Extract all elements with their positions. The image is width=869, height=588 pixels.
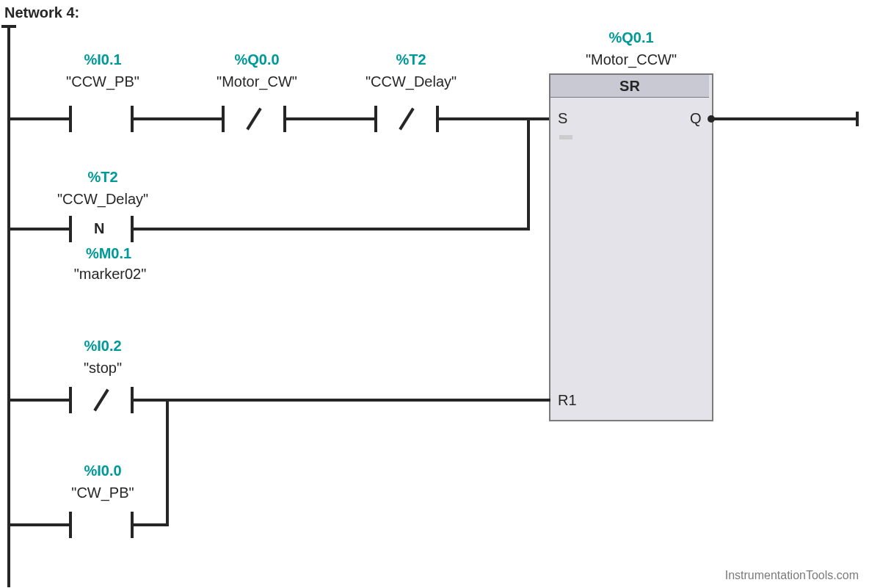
sym-cw-pb: "CW_PB" <box>66 484 139 501</box>
contact-ccw-delay-top-slash <box>399 108 414 131</box>
ladder-diagram: Network 4: %I0.1 "CCW_PB" %Q0.0 "Motor_C… <box>0 0 869 588</box>
wire-q-out <box>710 117 857 120</box>
contact-cw-pb-l <box>69 512 72 538</box>
sym-motor-cw: "Motor_CW" <box>206 73 308 90</box>
sym-marker02: "marker02" <box>59 266 161 283</box>
addr-ccw-delay-top: %T2 <box>374 51 448 68</box>
sym-stop: "stop" <box>73 360 132 377</box>
wire-s-d <box>439 117 530 120</box>
sym-ccw-delay-top: "CCW_Delay" <box>360 73 462 90</box>
contact-ccw-pb-l <box>69 106 72 132</box>
contact-motor-cw-slash <box>246 108 261 131</box>
q-dot <box>708 115 715 123</box>
addr-ccw-delay-edge: %T2 <box>73 169 132 186</box>
sr-pin-r1: R1 <box>558 392 577 409</box>
wire-branch-up <box>527 117 530 231</box>
wire-r-par-up <box>166 399 169 526</box>
network-title: Network 4: <box>4 4 79 21</box>
contact-ccw-delay-edge-letter: N <box>94 220 104 237</box>
sr-block <box>549 73 713 421</box>
wire-branch-b <box>134 228 530 231</box>
wire-s-to-box <box>528 117 549 120</box>
addr-ccw-pb: %I0.1 <box>66 51 139 68</box>
wire-branch-a <box>9 228 69 231</box>
sym-ccw-delay-edge: "CCW_Delay" <box>51 191 154 208</box>
contact-ccw-delay-top-l <box>374 106 377 132</box>
addr-marker02: %M0.1 <box>72 245 145 262</box>
contact-ccw-delay-edge-l <box>69 216 72 242</box>
addr-motor-cw: %Q0.0 <box>213 51 301 68</box>
wire-r-par-a <box>9 523 69 526</box>
wire-s-c <box>286 117 374 120</box>
wire-r-par-b <box>134 523 169 526</box>
sym-ccw-pb: "CCW_PB" <box>59 73 147 90</box>
sr-pin-s: S <box>558 110 567 127</box>
sr-tick <box>559 135 572 139</box>
sr-symbol: "Motor_CCW" <box>580 51 683 68</box>
wire-r-a <box>9 399 69 402</box>
addr-stop: %I0.2 <box>73 338 132 355</box>
sr-type: SR <box>550 75 709 98</box>
wire-r-b <box>134 399 550 402</box>
wire-s-b <box>134 117 222 120</box>
contact-motor-cw-l <box>222 106 225 132</box>
contact-stop-l <box>69 387 72 413</box>
wire-q-cap <box>856 112 859 126</box>
wire-s-a <box>9 117 69 120</box>
sr-pin-q: Q <box>690 110 702 127</box>
contact-stop-slash <box>93 389 109 412</box>
power-rail-left <box>7 25 10 587</box>
addr-cw-pb: %I0.0 <box>73 462 132 479</box>
footer-credit: InstrumentationTools.com <box>725 569 859 582</box>
sr-addr: %Q0.1 <box>595 29 668 46</box>
